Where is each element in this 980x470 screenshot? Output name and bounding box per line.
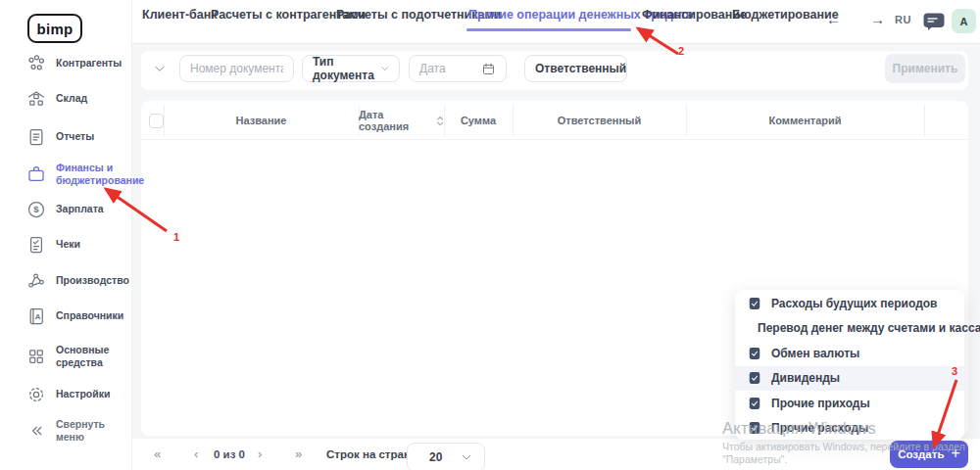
assets-icon <box>25 346 47 367</box>
menu-item-dividends[interactable]: Дивиденды <box>735 366 964 392</box>
receipts-icon <box>25 234 47 256</box>
sidebar-item-contractors[interactable]: Контрагенты <box>0 53 132 74</box>
document-icon <box>748 347 761 360</box>
first-page-button[interactable]: « <box>154 446 162 461</box>
last-page-button[interactable]: » <box>295 446 303 461</box>
plus-icon: + <box>951 446 959 461</box>
document-icon <box>748 397 761 410</box>
sidebar-item-directories[interactable]: A Справочники <box>0 306 132 327</box>
forward-arrow-icon[interactable]: → <box>870 11 885 27</box>
warehouse-icon <box>25 88 47 110</box>
filter-collapse-chevron-icon[interactable] <box>153 62 167 79</box>
svg-text:$: $ <box>33 204 39 214</box>
document-icon <box>748 297 761 310</box>
table-header-row: Название Дата создания Сумма Ответственн… <box>141 101 968 140</box>
chevron-down-icon <box>461 451 472 463</box>
select-all-checkbox[interactable] <box>149 114 164 128</box>
date-field[interactable]: Дата <box>409 55 507 82</box>
document-number-input[interactable] <box>190 62 283 75</box>
salary-icon: $ <box>25 199 47 220</box>
column-header-comment[interactable]: Комментарий <box>686 101 924 140</box>
menu-item-other-income[interactable]: Прочие приходы <box>735 391 964 416</box>
next-page-button[interactable]: › <box>258 446 263 461</box>
sidebar-item-production[interactable]: Производство <box>0 270 132 292</box>
chat-icon[interactable] <box>922 10 946 37</box>
app-logo[interactable]: bimp <box>27 14 82 43</box>
double-chevron-left-icon <box>25 420 47 442</box>
gear-icon <box>25 384 47 405</box>
filter-bar: Тип документа Дата Ответственный Примени… <box>141 51 968 90</box>
document-number-field[interactable] <box>179 55 294 82</box>
tab-financing[interactable]: Финансирование <box>642 8 747 22</box>
sidebar-item-reports[interactable]: Отчеты <box>0 126 132 148</box>
responsible-select[interactable]: Ответственный <box>524 55 627 82</box>
tab-client-bank[interactable]: Клиент-банк <box>142 8 218 22</box>
document-icon <box>748 421 761 435</box>
tab-budgeting[interactable]: Бюджетирование <box>732 8 839 22</box>
rows-per-page-select[interactable]: 20 <box>407 443 485 470</box>
pagination-bar: « ‹ 0 из 0 › » Строк на странице 20 <box>132 439 980 470</box>
sidebar-collapse-menu[interactable]: Свернуть меню <box>0 418 132 444</box>
menu-item-currency-exchange[interactable]: Обмен валюты <box>735 341 964 366</box>
sidebar-item-fixed-assets[interactable]: Основные средства <box>0 340 132 373</box>
menu-item-deferred-expenses[interactable]: Расходы будущих периодов <box>735 291 964 316</box>
column-header-created-date[interactable]: Дата создания <box>359 101 444 140</box>
apply-button[interactable]: Применить <box>885 54 965 83</box>
avatar[interactable]: A <box>952 9 976 33</box>
calendar-icon <box>481 62 496 76</box>
sidebar: bimp Контрагенты Склад Отчеты Финансы <box>0 0 132 470</box>
column-divider <box>924 105 925 136</box>
document-icon <box>748 371 761 385</box>
page-info: 0 из 0 <box>214 448 245 460</box>
contractors-icon <box>25 53 47 74</box>
top-navigation: Клиент-банк Расчеты с контрагентами Расч… <box>132 0 980 44</box>
active-tab-indicator <box>466 28 631 31</box>
column-header-responsible[interactable]: Ответственный <box>513 101 686 140</box>
directories-icon: A <box>25 306 47 327</box>
sidebar-item-finance[interactable]: Финансы и бюджетирование <box>0 158 132 191</box>
prev-page-button[interactable]: ‹ <box>194 446 199 461</box>
column-header-name[interactable]: Название <box>164 101 359 140</box>
menu-item-other-expenses[interactable]: Прочие расходы <box>735 416 964 442</box>
back-arrow-icon[interactable]: ← <box>826 11 841 27</box>
document-type-select[interactable]: Тип документа <box>302 55 400 82</box>
create-button[interactable]: Создать + <box>890 441 968 468</box>
reports-icon <box>25 126 47 148</box>
svg-text:A: A <box>35 312 41 321</box>
chevron-down-icon <box>380 63 389 74</box>
language-selector[interactable]: RU <box>895 14 911 25</box>
sidebar-item-salary[interactable]: $ Зарплата <box>0 199 132 220</box>
menu-item-money-transfer[interactable]: Перевод денег между счетами и кассами <box>735 316 964 342</box>
production-icon <box>25 270 47 292</box>
sidebar-item-warehouse[interactable]: Склад <box>0 88 132 110</box>
sidebar-item-settings[interactable]: Настройки <box>0 384 132 405</box>
sidebar-item-receipts[interactable]: Чеки <box>0 234 132 256</box>
create-document-menu: Расходы будущих периодов Перевод денег м… <box>735 290 964 440</box>
finance-icon <box>25 164 47 185</box>
column-header-amount[interactable]: Сумма <box>444 101 513 140</box>
sort-icon[interactable] <box>436 114 444 128</box>
